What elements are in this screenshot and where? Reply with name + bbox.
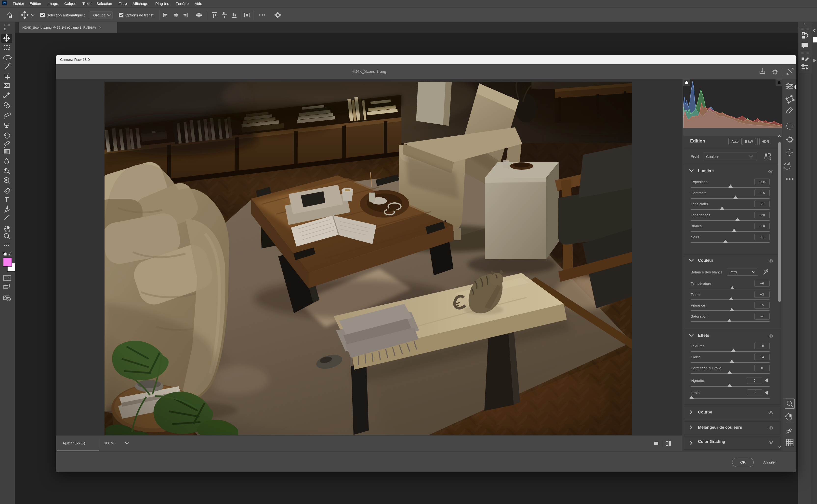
svg-text:C: C bbox=[813, 28, 816, 32]
svg-text:Options de transf.: Options de transf. bbox=[125, 13, 154, 17]
svg-text:«: « bbox=[804, 22, 805, 26]
svg-text:Sélection automatique :: Sélection automatique : bbox=[47, 13, 85, 17]
svg-text:Groupe: Groupe bbox=[93, 13, 105, 17]
